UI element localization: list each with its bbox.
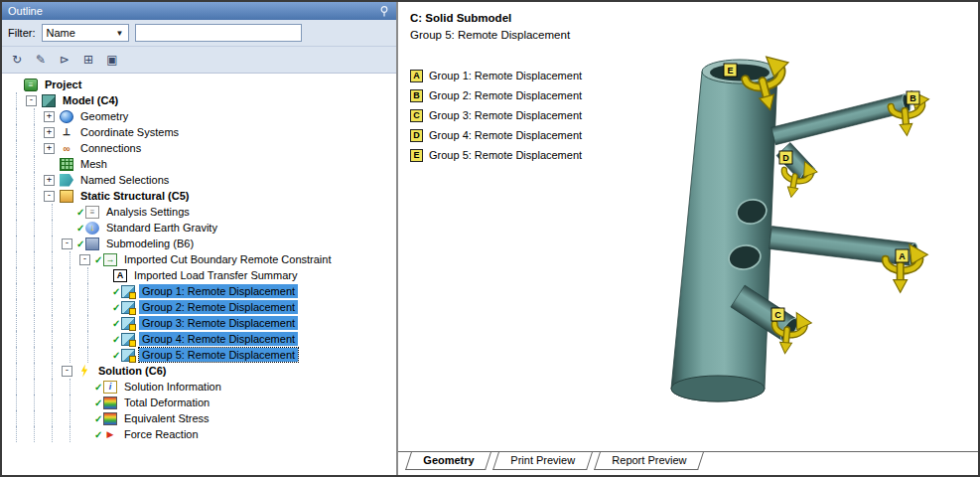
filter-input[interactable]	[135, 24, 302, 42]
analysis-settings-icon	[85, 206, 99, 219]
chevron-down-icon: ▼	[116, 29, 124, 38]
minus-expander-icon[interactable]: -	[26, 95, 37, 106]
legend-item: C Group 3: Remote Displacement	[410, 105, 582, 125]
tree-item[interactable]: ✓Analysis Settings	[4, 204, 396, 220]
tree-item[interactable]: +Geometry	[4, 108, 396, 124]
legend-label: Group 2: Remote Displacement	[429, 89, 582, 101]
check-icon: ✓	[112, 286, 121, 297]
toolbar-button[interactable]: ↻	[6, 50, 28, 70]
check-icon: ✓	[112, 350, 121, 361]
expander-spacer	[44, 159, 55, 170]
tree-item[interactable]: +Named Selections	[4, 172, 396, 188]
tree-item-label: Group 3: Remote Displacement	[139, 316, 298, 330]
tree-item[interactable]: ✓Group 1: Remote Displacement	[4, 283, 396, 299]
check-icon: ✓	[76, 207, 85, 218]
view-tab[interactable]: Print Preview	[492, 452, 593, 470]
view-tabstrip: GeometryPrint PreviewReport Preview	[398, 451, 978, 475]
load-transfer-summary-icon	[113, 269, 127, 282]
legend-label: Group 3: Remote Displacement	[429, 109, 582, 121]
minus-expander-icon[interactable]: -	[44, 191, 55, 202]
tree-item[interactable]: Imported Load Transfer Summary	[4, 267, 396, 283]
imported-cut-boundary-icon	[103, 253, 117, 266]
toolbar-button[interactable]: ⊞	[77, 50, 99, 70]
toolbar-button-icon: ▣	[106, 53, 117, 67]
tree-item[interactable]: ✓Solution Information	[4, 379, 396, 395]
toolbar-button-icon: ⊞	[83, 53, 93, 67]
pin-icon[interactable]	[378, 5, 390, 17]
earth-gravity-icon	[85, 222, 99, 235]
check-icon: ✓	[76, 238, 85, 249]
named-selections-icon	[60, 174, 73, 187]
minus-expander-icon[interactable]: -	[79, 254, 90, 265]
outline-panel: Outline Filter: Name ▼ ↻✎⊳⊞▣ Project-Mod…	[2, 2, 398, 475]
tree-item[interactable]: ✓Group 2: Remote Displacement	[4, 299, 396, 315]
tree-item-label: Analysis Settings	[103, 205, 193, 219]
force-reaction-icon	[103, 428, 117, 441]
model-icon	[42, 94, 56, 107]
tree-item-label: Geometry	[77, 109, 131, 123]
svg-text:C: C	[774, 310, 781, 320]
tree-item[interactable]: ✓Group 5: Remote Displacement	[4, 347, 396, 363]
coordinate-systems-icon	[60, 126, 73, 139]
plus-expander-icon[interactable]: +	[44, 143, 55, 154]
toolbar-button[interactable]: ▣	[101, 50, 123, 70]
filter-mode-select[interactable]: Name ▼	[42, 24, 129, 42]
marker-a[interactable]: A	[896, 249, 909, 262]
submodeling-icon	[85, 238, 99, 250]
analysis-title: C: Solid Submodel	[410, 10, 570, 27]
view-tab[interactable]: Geometry	[405, 452, 491, 470]
tree-item-label: Solution Information	[121, 380, 224, 394]
expander-spacer	[79, 429, 90, 440]
tree-item[interactable]: ✓Force Reaction	[4, 426, 396, 442]
tree-item[interactable]: Project	[4, 77, 396, 92]
check-icon: ✓	[112, 318, 121, 329]
marker-d[interactable]: D	[779, 151, 792, 164]
tree-item[interactable]: -Model (C4)	[4, 92, 396, 108]
plus-expander-icon[interactable]: +	[44, 175, 55, 186]
mesh-icon	[60, 158, 73, 171]
plus-expander-icon[interactable]: +	[44, 127, 55, 138]
expander-spacer	[62, 207, 72, 218]
tree-item[interactable]: ✓Group 4: Remote Displacement	[4, 331, 396, 347]
tree-item-label: Standard Earth Gravity	[103, 221, 220, 235]
tree-item-label: Imported Cut Boundary Remote Constraint	[121, 252, 335, 266]
expander-spacer	[97, 286, 108, 297]
check-icon: ✓	[94, 429, 103, 440]
tree-item[interactable]: +Coordinate Systems	[4, 124, 396, 140]
plus-expander-icon[interactable]: +	[44, 111, 55, 122]
toolbar-button[interactable]: ✎	[30, 50, 52, 70]
tree-item[interactable]: -Solution (C6)	[4, 363, 396, 379]
minus-expander-icon[interactable]: -	[62, 366, 72, 377]
tree-item[interactable]: +Connections	[4, 140, 396, 156]
tree-item-label: Group 2: Remote Displacement	[139, 300, 298, 314]
tree-item[interactable]: -Static Structural (C5)	[4, 188, 396, 204]
expander-spacer	[97, 350, 108, 361]
expander-spacer	[79, 413, 90, 424]
tree-item[interactable]: ✓Standard Earth Gravity	[4, 220, 396, 236]
tree-item[interactable]: ✓Total Deformation	[4, 395, 396, 410]
svg-text:E: E	[727, 66, 733, 76]
minus-expander-icon[interactable]: -	[62, 238, 72, 249]
tree-item[interactable]: ✓Group 3: Remote Displacement	[4, 315, 396, 331]
tree-item-label: Force Reaction	[121, 427, 202, 441]
toolbar-button[interactable]: ⊳	[54, 50, 75, 70]
marker-c[interactable]: C	[771, 308, 784, 321]
legend-key-badge: C	[410, 109, 423, 122]
tree-item[interactable]: Mesh	[4, 156, 396, 172]
total-deformation-icon	[103, 397, 117, 409]
tree-item[interactable]: -✓Submodeling (B6)	[4, 236, 396, 251]
app-window: Outline Filter: Name ▼ ↻✎⊳⊞▣ Project-Mod…	[0, 0, 980, 477]
geometry-icon	[60, 110, 73, 123]
tree-item-label: Coordinate Systems	[77, 125, 182, 139]
expander-spacer	[79, 398, 90, 408]
legend-item: A Group 1: Remote Displacement	[410, 66, 582, 85]
view-tab-label: Print Preview	[511, 454, 576, 466]
legend-label: Group 5: Remote Displacement	[429, 149, 582, 161]
marker-b[interactable]: B	[907, 91, 919, 104]
tree-item[interactable]: -✓Imported Cut Boundary Remote Constrain…	[4, 251, 396, 267]
view-tab[interactable]: Report Preview	[594, 452, 704, 470]
tree-item[interactable]: ✓Equivalent Stress	[4, 410, 396, 426]
legend-item: E Group 5: Remote Displacement	[410, 145, 582, 165]
annotation-legend: A Group 1: Remote Displacement B Group 2…	[410, 66, 582, 165]
marker-e[interactable]: E	[724, 64, 737, 77]
